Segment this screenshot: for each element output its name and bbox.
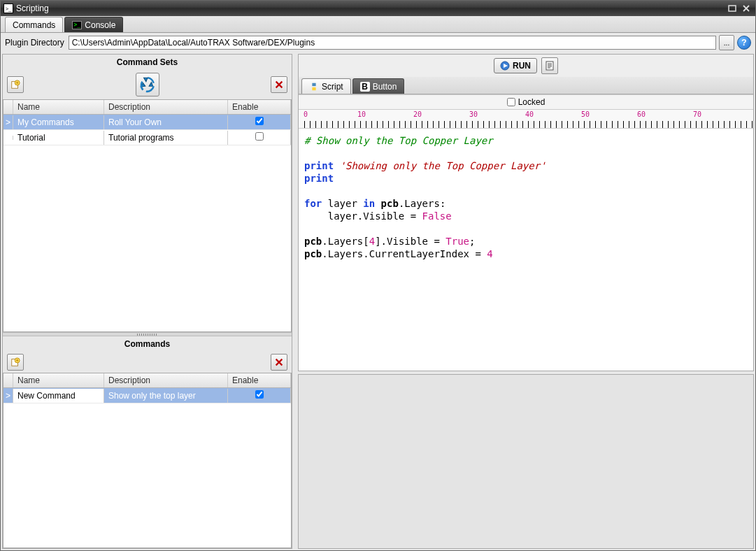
cell-enable xyxy=(228,130,291,145)
python-icon xyxy=(309,82,319,92)
ruler-tick: 70 xyxy=(693,110,701,118)
locked-label: Locked xyxy=(518,97,545,107)
run-label: RUN xyxy=(513,61,531,71)
cell-enable xyxy=(228,115,291,129)
left-pane: Command Sets xyxy=(2,54,292,549)
right-pane: RUN Script B Button xyxy=(298,54,754,549)
grid-body: > My Commands Roll Your Own Tutorial Tut… xyxy=(3,115,291,331)
titlebar: >_ Scripting xyxy=(1,1,755,16)
plugin-directory-row: Plugin Directory ... ? xyxy=(1,33,755,52)
tab-label: Console xyxy=(85,20,115,30)
tab-console[interactable]: >_ Console xyxy=(64,17,123,32)
table-row[interactable]: > New Command Show only the top layer xyxy=(3,388,291,403)
cell-description: Show only the top layer xyxy=(104,389,228,403)
ruler-tick: 40 xyxy=(525,110,534,118)
locked-row: Locked xyxy=(299,94,753,109)
col-name[interactable]: Name xyxy=(13,373,104,387)
ruler-tick: 10 xyxy=(357,110,366,118)
row-indicator: > xyxy=(3,115,13,129)
run-bar: RUN xyxy=(299,55,753,77)
output-pane xyxy=(298,374,754,549)
enable-checkbox[interactable] xyxy=(255,132,264,141)
table-row[interactable]: > My Commands Roll Your Own xyxy=(3,115,291,130)
help-button[interactable]: ? xyxy=(737,36,751,50)
ruler: 0 10 20 30 40 50 60 70 xyxy=(299,109,753,129)
window-title: Scripting xyxy=(16,3,725,13)
ruler-tick: 20 xyxy=(413,110,422,118)
cell-name: My Commands xyxy=(13,115,104,129)
app-icon: >_ xyxy=(3,3,13,13)
col-indicator xyxy=(3,373,13,387)
tab-label: Button xyxy=(373,82,397,92)
bold-icon: B xyxy=(360,82,370,92)
table-row[interactable]: Tutorial Tutorial programs xyxy=(3,130,291,145)
ruler-tick: 0 xyxy=(304,110,308,118)
commands-toolbar xyxy=(3,352,292,373)
tab-label: Script xyxy=(322,82,343,92)
cell-enable xyxy=(228,388,291,403)
main-tab-strip: Commands >_ Console xyxy=(1,16,755,33)
row-indicator: > xyxy=(3,389,13,403)
scripting-window: >_ Scripting Commands >_ Console Plugin … xyxy=(0,0,756,551)
tab-label: Commands xyxy=(13,20,55,30)
document-button[interactable] xyxy=(541,57,558,74)
col-enable[interactable]: Enable xyxy=(228,373,291,387)
command-sets-toolbar xyxy=(3,70,292,99)
new-set-button[interactable] xyxy=(7,76,24,93)
svg-rect-0 xyxy=(729,6,736,11)
tab-commands[interactable]: Commands xyxy=(5,17,63,32)
enable-checkbox[interactable] xyxy=(255,117,264,125)
col-description[interactable]: Description xyxy=(104,373,228,387)
commands-title: Commands xyxy=(3,336,292,352)
right-top-bar: RUN Script B Button xyxy=(298,54,754,94)
commands-grid: Name Description Enable > New Command Sh… xyxy=(3,373,292,548)
enable-checkbox[interactable] xyxy=(255,390,264,399)
cell-description: Tutorial programs xyxy=(104,131,228,145)
col-indicator xyxy=(3,100,13,114)
plugin-dir-input[interactable] xyxy=(69,36,716,50)
close-button[interactable] xyxy=(740,3,753,13)
delete-set-button[interactable] xyxy=(271,76,287,93)
commands-section: Commands Na xyxy=(3,336,292,548)
console-icon: >_ xyxy=(72,21,82,29)
grid-body: > New Command Show only the top layer xyxy=(3,388,291,403)
command-sets-grid: Name Description Enable > My Commands Ro… xyxy=(3,99,292,332)
run-button[interactable]: RUN xyxy=(494,58,537,73)
sub-tab-strip: Script B Button xyxy=(299,77,753,94)
cell-name: New Command xyxy=(13,389,104,403)
col-enable[interactable]: Enable xyxy=(228,100,291,114)
command-sets-section: Command Sets xyxy=(3,55,292,332)
col-description[interactable]: Description xyxy=(104,100,228,114)
browse-button[interactable]: ... xyxy=(719,35,734,50)
maximize-button[interactable] xyxy=(726,3,739,13)
cell-name: Tutorial xyxy=(13,131,104,145)
locked-checkbox[interactable] xyxy=(507,98,515,106)
tab-button[interactable]: B Button xyxy=(352,78,405,94)
cell-description: Roll Your Own xyxy=(104,115,228,129)
ruler-tick: 30 xyxy=(469,110,478,118)
editor-area: Locked 0 10 20 30 40 50 60 70 # Show onl… xyxy=(298,94,754,371)
svg-rect-6 xyxy=(546,62,553,70)
row-indicator xyxy=(3,136,13,140)
grid-header: Name Description Enable xyxy=(3,100,291,115)
plugin-dir-label: Plugin Directory xyxy=(5,38,64,48)
new-command-button[interactable] xyxy=(7,354,24,371)
tab-script[interactable]: Script xyxy=(301,78,351,94)
command-sets-title: Command Sets xyxy=(3,55,292,70)
ruler-tick: 60 xyxy=(637,110,646,118)
code-editor[interactable]: # Show only the Top Copper Layer print '… xyxy=(299,129,753,371)
delete-command-button[interactable] xyxy=(271,354,287,371)
main-area: Command Sets xyxy=(1,52,755,550)
ruler-tick: 50 xyxy=(581,110,590,118)
grid-header: Name Description Enable xyxy=(3,373,291,388)
recycle-button[interactable] xyxy=(136,73,159,96)
col-name[interactable]: Name xyxy=(13,100,104,114)
